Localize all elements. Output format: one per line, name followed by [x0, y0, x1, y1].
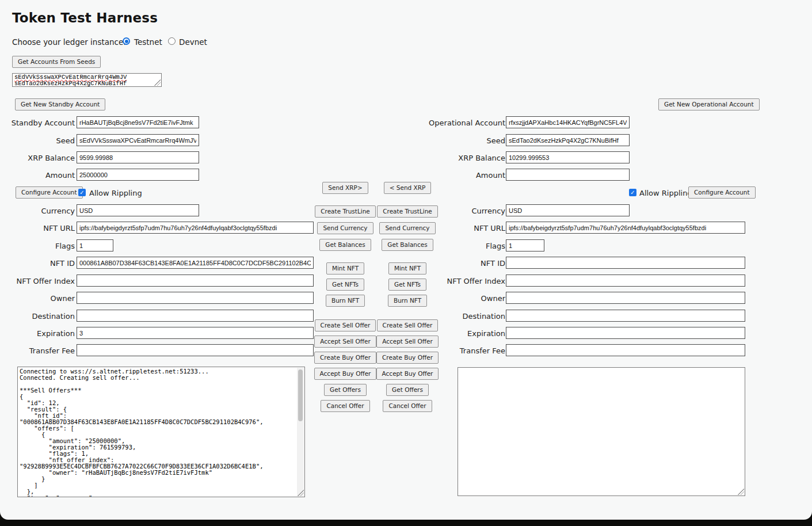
get-new-standby-account-button[interactable]: Get New Standby Account [15, 98, 105, 110]
operational-configure-account-button[interactable]: Configure Account [688, 186, 756, 199]
operational-operational-account-row: Operational Account [0, 116, 812, 128]
operational-nft-id-input[interactable] [506, 257, 745, 269]
operational-allow-rippling-checkbox[interactable]: ✓ [629, 189, 636, 196]
standby-get-offers-button[interactable]: Get Offers [324, 384, 367, 396]
operational-burn-nft-button[interactable]: Burn NFT [388, 295, 427, 307]
middle-row-create-trustline: Create TrustLineCreate TrustLine [314, 205, 439, 218]
standby-send-currency-button[interactable]: Send Currency [317, 222, 373, 234]
standby-accept-buy-offer-button[interactable]: Accept Buy Offer [314, 368, 377, 380]
operational-nft-url-input[interactable] [506, 222, 745, 234]
seed-line-2: sEdTao2dKsezHzkPq4X2gC7KNuBifHf [14, 81, 159, 87]
standby-accept-sell-offer-button[interactable]: Accept Sell Offer [314, 336, 376, 348]
operational-create-trustline-button[interactable]: Create TrustLine [377, 205, 438, 218]
seeds-resize-grip[interactable] [154, 79, 161, 86]
standby-mint-nft-button[interactable]: Mint NFT [326, 262, 364, 275]
operational-results-textarea[interactable] [458, 367, 745, 496]
middle-row-get-balances: Get BalancesGet Balances [314, 239, 439, 251]
middle-row-accept-sell-offer: Accept Sell OfferAccept Sell Offer [314, 336, 439, 348]
testnet-radio-label[interactable]: Testnet [134, 37, 162, 47]
standby-burn-nft-button[interactable]: Burn NFT [326, 295, 365, 307]
devnet-radio-label[interactable]: Devnet [179, 37, 207, 47]
operational-nft-offer-index-input[interactable] [506, 275, 745, 287]
standby-get-balances-button[interactable]: Get Balances [319, 239, 371, 251]
standby-cancel-offer-button[interactable]: Cancel Offer [321, 400, 369, 412]
middle-row-mint-nft: Mint NFTMint NFT [314, 262, 439, 275]
operational-destination-input[interactable] [506, 310, 745, 322]
standby-results-textarea[interactable]: Connecting to wss://s.altnet.rippletest.… [17, 367, 305, 497]
operational-amount-label: Amount [368, 171, 505, 180]
standby-send-xrp--button[interactable]: Send XRP> [322, 182, 368, 194]
operational-amount-row: Amount [0, 169, 812, 181]
token-test-harness-page: Token Test Harness Choose your ledger in… [0, 0, 812, 520]
operational-xrp-balance-row: XRP Balance [0, 151, 812, 163]
operational-get-balances-button[interactable]: Get Balances [382, 239, 433, 251]
operational-owner-input[interactable] [506, 292, 745, 304]
operational-mint-nft-button[interactable]: Mint NFT [388, 262, 426, 275]
testnet-radio[interactable] [123, 37, 130, 45]
operational-seed-row: Seed [0, 134, 812, 146]
operational-transfer-fee-input[interactable] [506, 344, 745, 356]
operational-cancel-offer-button[interactable]: Cancel Offer [383, 400, 432, 412]
standby-results-log: Connecting to wss://s.altnet.rippletest.… [18, 367, 304, 497]
operational-seed-label: Seed [368, 136, 505, 145]
operational-get-offers-button[interactable]: Get Offers [386, 384, 429, 396]
operational-create-buy-offer-button[interactable]: Create Buy Offer [376, 352, 439, 364]
middle-row-send-xrp-: Send XRP>< Send XRP [314, 182, 439, 194]
standby-create-sell-offer-button[interactable]: Create Sell Offer [315, 319, 376, 331]
standby-create-trustline-button[interactable]: Create TrustLine [315, 205, 376, 218]
standby-results-scrollbar[interactable] [297, 368, 304, 496]
get-accounts-from-seeds-button[interactable]: Get Accounts From Seeds [12, 56, 101, 68]
operational-operational-account-label: Operational Account [368, 119, 505, 127]
middle-row-accept-buy-offer: Accept Buy OfferAccept Buy Offer [314, 368, 439, 380]
operational-get-nfts-button[interactable]: Get NFTs [388, 279, 426, 291]
middle-row-get-nfts: Get NFTsGet NFTs [314, 279, 439, 291]
middle-row-send-currency: Send CurrencySend Currency [314, 222, 439, 234]
standby-get-nfts-button[interactable]: Get NFTs [326, 279, 364, 291]
operational-currency-input[interactable] [506, 204, 630, 216]
seeds-textarea[interactable]: sEdVVkSsswaXPCvEatRmcarRrq4WmJVsEdTao2dK… [12, 73, 162, 87]
operational-results-resize-grip[interactable] [738, 489, 744, 495]
operational--send-xrp-button[interactable]: < Send XRP [384, 182, 432, 194]
operational-allow-rippling-label[interactable]: Allow Rippling [639, 189, 692, 197]
devnet-radio[interactable] [168, 37, 176, 45]
operational-results-log [458, 368, 745, 370]
get-new-operational-account-button[interactable]: Get New Operational Account [658, 98, 760, 110]
operational-create-sell-offer-button[interactable]: Create Sell Offer [377, 319, 439, 331]
operational-operational-account-input[interactable] [506, 116, 630, 128]
middle-row-burn-nft: Burn NFTBurn NFT [314, 295, 439, 307]
operational-xrp-balance-label: XRP Balance [368, 154, 505, 162]
middle-row-get-offers: Get OffersGet Offers [314, 384, 439, 396]
operational-flags-input[interactable] [506, 239, 544, 251]
page-title: Token Test Harness [12, 10, 158, 25]
operational-xrp-balance-input[interactable] [506, 151, 630, 163]
standby-results-scrollbar-thumb[interactable] [298, 369, 303, 421]
operational-send-currency-button[interactable]: Send Currency [379, 222, 435, 234]
middle-row-cancel-offer: Cancel OfferCancel Offer [314, 400, 439, 412]
operational-seed-input[interactable] [506, 134, 630, 146]
middle-row-create-buy-offer: Create Buy OfferCreate Buy Offer [314, 352, 439, 364]
standby-create-buy-offer-button[interactable]: Create Buy Offer [314, 352, 376, 364]
ledger-instance-label: Choose your ledger instance: [12, 37, 126, 47]
middle-row-create-sell-offer: Create Sell OfferCreate Sell Offer [314, 319, 439, 331]
operational-expiration-input[interactable] [506, 327, 745, 339]
operational-accept-sell-offer-button[interactable]: Accept Sell Offer [376, 336, 439, 348]
operational-accept-buy-offer-button[interactable]: Accept Buy Offer [376, 368, 439, 380]
operational-amount-input[interactable] [506, 169, 630, 181]
standby-results-resize-grip[interactable] [298, 490, 304, 496]
